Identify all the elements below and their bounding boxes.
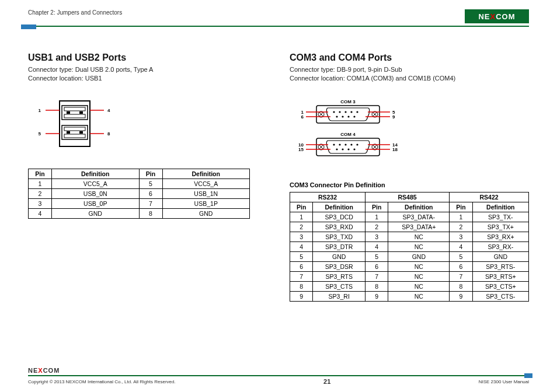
table-cell: SP3_TXD [313,232,365,242]
brand-x: X [490,12,496,21]
table-cell: SP3_RXD [313,222,365,232]
table-cell: SP3_CTS [313,281,365,291]
table-cell: 9 [450,291,472,301]
table-cell: 3 [29,198,52,208]
table-cell: 8 [290,281,313,291]
table-row: 6SP3_DSR6NC6SP3_RTS- [290,261,529,271]
table-cell: SP3_DTR [313,242,365,251]
table-cell: USB_0P [52,198,140,208]
usb-pin-table: Pin Definition Pin Definition 1VCC5_A5VC… [28,169,250,219]
col-pin: Pin [450,202,472,212]
svg-rect-8 [64,134,85,138]
table-cell: VCC5_A [162,178,250,188]
svg-rect-2 [64,107,85,111]
svg-point-27 [336,116,337,117]
svg-rect-9 [67,131,70,134]
col-pin: Pin [139,169,162,178]
table-row: 4GND8GND [29,208,250,218]
table-cell: USB_1P [162,198,250,208]
col-pin: Pin [29,169,52,178]
table-cell: 1 [365,212,388,222]
com3-table-heading: COM3 Connector Pin Definition [290,181,529,188]
com-connector-type: Connector type: DB-9 port, 9-pin D-Sub [290,65,529,74]
table-cell: SP3_RX- [472,242,528,251]
table-cell: 2 [290,222,313,232]
table-cell: 6 [365,261,388,271]
content-columns: USB1 and USB2 Ports Connector type: Dual… [28,52,529,302]
table-cell: 4 [450,242,472,251]
table-cell: SP3_DSR [313,261,365,271]
table-cell: 3 [365,232,388,242]
group-rs485: RS485 [365,192,449,202]
table-cell: 6 [450,261,472,271]
table-row: 3USB_0P7USB_1P [29,198,250,208]
table-cell: NC [388,271,450,281]
usb-diagram: 1 4 5 8 [28,97,266,152]
table-cell: 4 [290,242,313,251]
table-cell: 5 [139,178,162,188]
com3-pin-table: RS232 RS485 RS422 Pin Definition Pin Def… [290,192,529,302]
table-cell: 5 [365,251,388,261]
footer-logo: NEXCOM [28,366,69,375]
table-cell: 6 [290,261,313,271]
com3-label: COM 3 [340,99,356,104]
com-table-body: 1SP3_DCD1SP3_DATA-1SP3_TX-2SP3_RXD2SP3_D… [290,212,529,301]
table-cell: 4 [29,208,52,218]
table-cell: 8 [365,281,388,291]
svg-point-30 [353,116,355,117]
table-cell: SP3_TX+ [472,222,528,232]
copyright-text: Copyright © 2013 NEXCOM International Co… [28,379,176,384]
svg-point-25 [350,111,352,113]
svg-point-28 [342,116,343,117]
table-cell: SP3_DATA- [388,212,450,222]
table-cell: 7 [450,271,472,281]
com-pin-label: 6 [301,114,304,120]
table-cell: SP3_RTS [313,271,365,281]
table-cell: NC [388,242,450,251]
table-row: 2USB_0N6USB_1N [29,188,250,198]
usb-pin-label: 1 [39,108,41,113]
table-row: 1SP3_DCD1SP3_DATA-1SP3_TX- [290,212,529,222]
table-cell: 3 [450,232,472,242]
table-cell: 2 [365,222,388,232]
col-def: Definition [472,202,528,212]
table-cell: GND [472,251,528,261]
table-cell: GND [52,208,140,218]
table-cell: SP3_RTS- [472,261,528,271]
table-cell: SP3_CTS- [472,291,528,301]
svg-point-29 [347,116,349,117]
svg-point-50 [353,148,355,150]
table-row: 1VCC5_A5VCC5_A [29,178,250,188]
col-def: Definition [388,202,450,212]
brand-post: COM [43,367,60,374]
table-cell: VCC5_A [52,178,140,188]
table-cell: NC [388,291,450,301]
com-pin-label: 18 [392,147,398,152]
brand-pre: NE [478,12,490,21]
left-column: USB1 and USB2 Ports Connector type: Dual… [28,52,266,302]
svg-point-22 [333,111,335,113]
table-cell: USB_1N [162,188,250,198]
usb-meta: Connector type: Dual USB 2.0 ports, Type… [28,65,266,83]
table-cell: SP3_DCD [313,212,365,222]
table-cell: NC [388,232,450,242]
table-header-row: Pin Definition Pin Definition [29,169,250,178]
svg-point-45 [350,144,352,145]
table-cell: USB_0N [52,188,140,198]
brand-post: COM [496,12,515,21]
table-cell: 3 [290,232,313,242]
group-rs422: RS422 [450,192,529,202]
col-def: Definition [162,169,250,178]
usb-connector-type: Connector type: Dual USB 2.0 ports, Type… [28,65,266,74]
table-cell: 1 [290,212,313,222]
table-cell: NC [388,261,450,271]
svg-point-44 [344,144,346,145]
table-group-row: RS232 RS485 RS422 [290,192,529,202]
chapter-label: Chapter 2: Jumpers and Connectors [28,9,122,16]
brand-x: X [38,367,43,374]
usb-section-title: USB1 and USB2 Ports [28,52,266,63]
svg-point-24 [344,111,346,113]
footer-rule [28,375,529,376]
col-pin: Pin [290,202,313,212]
header-rule [28,26,529,27]
